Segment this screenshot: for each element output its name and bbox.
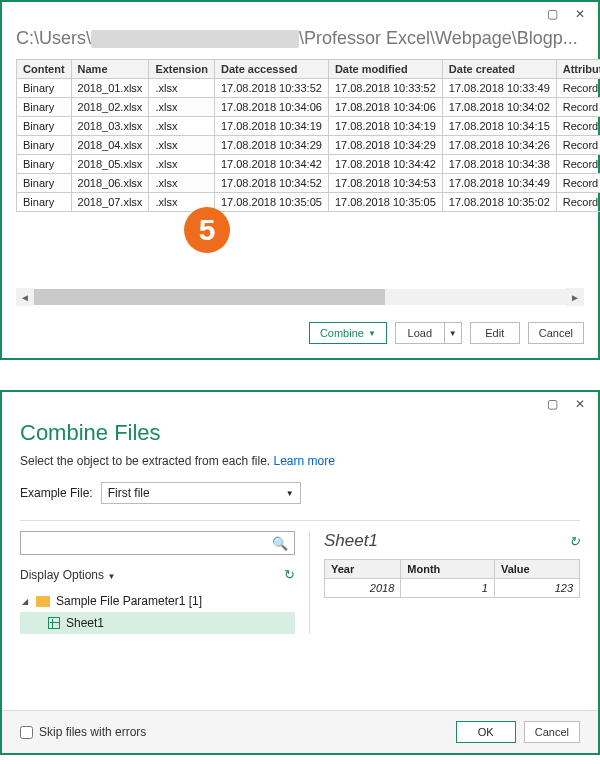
table-row[interactable]: Binary2018_05.xlsx.xlsx17.08.2018 10:34:… [17, 155, 601, 174]
cell-name: 2018_06.xlsx [71, 174, 149, 193]
dialog-body: 🔍 Display Options ▼ ↻ ◢ Sample File Para… [20, 520, 580, 634]
refresh-preview-icon[interactable]: ↻ [569, 534, 580, 549]
load-button[interactable]: Load [395, 322, 445, 344]
file-table: Content Name Extension Date accessed Dat… [16, 59, 600, 212]
cell-da: 17.08.2018 10:34:52 [214, 174, 328, 193]
table-row[interactable]: Binary2018_04.xlsx.xlsx17.08.2018 10:34:… [17, 136, 601, 155]
cell-dm: 17.08.2018 10:34:29 [328, 136, 442, 155]
cell-ext: .xlsx [149, 117, 215, 136]
preview-title: Sheet1 [324, 531, 378, 551]
close-button[interactable]: ✕ [570, 6, 590, 22]
close-button[interactable]: ✕ [570, 396, 590, 412]
cell-ext: .xlsx [149, 136, 215, 155]
cell-month: 1 [401, 579, 495, 598]
table-row[interactable]: Binary2018_07.xlsx.xlsx17.08.2018 10:35:… [17, 193, 601, 212]
scroll-thumb[interactable] [34, 289, 385, 305]
refresh-icon[interactable]: ↻ [284, 567, 295, 582]
cell-content: Binary [17, 174, 72, 193]
collapse-icon[interactable]: ◢ [22, 597, 30, 606]
col-date-accessed[interactable]: Date accessed [214, 60, 328, 79]
cell-name: 2018_01.xlsx [71, 79, 149, 98]
dialog-title: Combine Files [2, 414, 598, 454]
col-name[interactable]: Name [71, 60, 149, 79]
col-content[interactable]: Content [17, 60, 72, 79]
cell-content: Binary [17, 79, 72, 98]
tree-leaf-label: Sheet1 [66, 616, 104, 630]
window-controls: ▢ ✕ [2, 2, 598, 24]
chevron-down-icon: ▼ [449, 329, 457, 338]
edit-button[interactable]: Edit [470, 322, 520, 344]
chevron-down-icon: ▼ [368, 329, 376, 338]
chevron-down-icon: ▼ [286, 489, 294, 498]
cell-name: 2018_02.xlsx [71, 98, 149, 117]
col-attributes[interactable]: Attributes [556, 60, 600, 79]
cell-attr: Record [556, 98, 600, 117]
path-prefix: C:\Users\ [16, 28, 91, 48]
scroll-right-button[interactable]: ► [566, 288, 584, 306]
col-date-modified[interactable]: Date modified [328, 60, 442, 79]
cell-ext: .xlsx [149, 98, 215, 117]
cell-dc: 17.08.2018 10:34:26 [442, 136, 556, 155]
cell-dc: 17.08.2018 10:34:38 [442, 155, 556, 174]
maximize-button[interactable]: ▢ [542, 396, 562, 412]
dialog-footer: Skip files with errors OK Cancel [2, 710, 598, 753]
example-file-row: Example File: First file ▼ [2, 482, 598, 514]
table-row[interactable]: Binary2018_06.xlsx.xlsx17.08.2018 10:34:… [17, 174, 601, 193]
dialog-subtitle: Select the object to be extracted from e… [2, 454, 598, 482]
folder-icon [36, 596, 50, 607]
cancel-button[interactable]: Cancel [524, 721, 580, 743]
col-extension[interactable]: Extension [149, 60, 215, 79]
tree-leaf-item[interactable]: Sheet1 [20, 612, 295, 634]
table-row[interactable]: Binary2018_01.xlsx.xlsx17.08.2018 10:33:… [17, 79, 601, 98]
chevron-down-icon: ▼ [107, 572, 115, 581]
cell-name: 2018_05.xlsx [71, 155, 149, 174]
navigator-pane: 🔍 Display Options ▼ ↻ ◢ Sample File Para… [20, 531, 310, 634]
example-file-select[interactable]: First file ▼ [101, 482, 301, 504]
skip-errors-checkbox[interactable]: Skip files with errors [20, 725, 146, 739]
prev-col-month[interactable]: Month [401, 560, 495, 579]
prev-col-value[interactable]: Value [494, 560, 579, 579]
maximize-button[interactable]: ▢ [542, 6, 562, 22]
skip-errors-label: Skip files with errors [39, 725, 146, 739]
search-input[interactable]: 🔍 [20, 531, 295, 555]
preview-row[interactable]: 2018 1 123 [325, 579, 580, 598]
cell-name: 2018_04.xlsx [71, 136, 149, 155]
cell-attr: Record [556, 174, 600, 193]
combine-button[interactable]: Combine▼ [309, 322, 387, 344]
step-marker-5: 5 [184, 207, 230, 253]
table-row[interactable]: Binary2018_02.xlsx.xlsx17.08.2018 10:34:… [17, 98, 601, 117]
cell-dc: 17.08.2018 10:33:49 [442, 79, 556, 98]
load-dropdown-button[interactable]: ▼ [445, 322, 462, 344]
tree-root-item[interactable]: ◢ Sample File Parameter1 [1] [20, 590, 295, 612]
col-date-created[interactable]: Date created [442, 60, 556, 79]
cell-dc: 17.08.2018 10:34:02 [442, 98, 556, 117]
cell-attr: Record [556, 193, 600, 212]
cell-dm: 17.08.2018 10:33:52 [328, 79, 442, 98]
cancel-button[interactable]: Cancel [528, 322, 584, 344]
cell-da: 17.08.2018 10:33:52 [214, 79, 328, 98]
learn-more-link[interactable]: Learn more [273, 454, 334, 468]
display-options-button[interactable]: Display Options ▼ [20, 568, 115, 582]
cell-dc: 17.08.2018 10:34:49 [442, 174, 556, 193]
ok-button[interactable]: OK [456, 721, 516, 743]
cell-dm: 17.08.2018 10:34:53 [328, 174, 442, 193]
dialog-buttons: Combine▼ Load ▼ Edit Cancel [2, 316, 598, 358]
cell-dm: 17.08.2018 10:34:42 [328, 155, 442, 174]
cell-dc: 17.08.2018 10:35:02 [442, 193, 556, 212]
cell-da: 17.08.2018 10:34:29 [214, 136, 328, 155]
cell-attr: Record [556, 136, 600, 155]
preview-dialog: ▢ ✕ C:\Users\\Professor Excel\Webpage\Bl… [0, 0, 600, 360]
scroll-track[interactable] [34, 289, 566, 305]
horizontal-scrollbar[interactable]: ◄ ► [16, 288, 584, 306]
path-header: C:\Users\\Professor Excel\Webpage\Blogp.… [2, 24, 598, 59]
table-row[interactable]: Binary2018_03.xlsx.xlsx17.08.2018 10:34:… [17, 117, 601, 136]
cell-da: 17.08.2018 10:34:19 [214, 117, 328, 136]
cell-content: Binary [17, 98, 72, 117]
scroll-left-button[interactable]: ◄ [16, 288, 34, 306]
prev-col-year[interactable]: Year [325, 560, 401, 579]
preview-table: Year Month Value 2018 1 123 [324, 559, 580, 598]
cell-ext: .xlsx [149, 174, 215, 193]
cell-ext: .xlsx [149, 155, 215, 174]
skip-errors-input[interactable] [20, 726, 33, 739]
redacted-path [91, 30, 299, 48]
